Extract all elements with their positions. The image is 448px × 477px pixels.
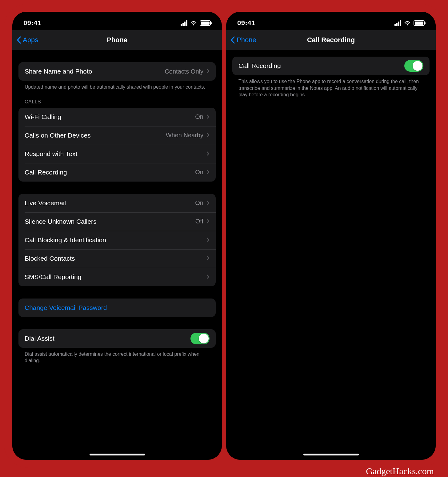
- status-time: 09:41: [23, 19, 42, 27]
- call-recording-footer: This allows you to use the Phone app to …: [232, 75, 430, 98]
- row-wifi-calling[interactable]: Wi-Fi Calling On: [18, 108, 216, 126]
- chevron-right-icon: [206, 199, 210, 207]
- chevron-right-icon: [206, 255, 210, 262]
- chevron-right-icon: [206, 132, 210, 139]
- dial-assist-footer: Dial assist automatically determines the…: [18, 348, 216, 364]
- battery-icon: [200, 20, 211, 26]
- phone-screen-right: 09:41 Phone Call Recording Call Recordin…: [226, 12, 436, 460]
- page-title: Phone: [12, 36, 222, 44]
- status-time: 09:41: [237, 19, 255, 27]
- group-other: Live Voicemail On Silence Unknown Caller…: [18, 194, 216, 286]
- row-value: On: [195, 169, 203, 176]
- status-icons: [394, 20, 425, 26]
- row-blocked-contacts[interactable]: Blocked Contacts: [18, 249, 216, 268]
- chevron-right-icon: [206, 273, 210, 281]
- page-title: Call Recording: [226, 36, 436, 44]
- row-calls-other-devices[interactable]: Calls on Other Devices When Nearby: [18, 126, 216, 145]
- row-label: Silence Unknown Callers: [25, 218, 195, 225]
- cellular-signal-icon: [394, 20, 401, 26]
- wifi-icon: [404, 20, 411, 26]
- section-header-calls: CALLS: [25, 99, 216, 105]
- chevron-right-icon: [206, 236, 210, 244]
- row-label: Respond with Text: [25, 150, 206, 158]
- row-value: Off: [195, 218, 203, 225]
- group-dial-assist: Dial Assist: [18, 329, 216, 348]
- row-value: On: [195, 199, 203, 206]
- nav-header: Phone Call Recording: [226, 30, 436, 50]
- row-value: When Nearby: [166, 132, 203, 139]
- chevron-right-icon: [206, 169, 210, 176]
- row-label: Call Blocking & Identification: [25, 236, 206, 244]
- row-label: Call Recording: [238, 62, 404, 70]
- nav-header: Apps Phone: [12, 30, 222, 50]
- content: Call Recording This allows you to use th…: [226, 50, 436, 460]
- row-share-name-photo[interactable]: Share Name and Photo Contacts Only: [18, 62, 216, 81]
- row-silence-unknown-callers[interactable]: Silence Unknown Callers Off: [18, 212, 216, 231]
- row-label: Live Voicemail: [25, 199, 195, 207]
- row-dial-assist: Dial Assist: [18, 329, 216, 348]
- phone-screen-left: 09:41 Apps Phone Share Name and Photo Co…: [12, 12, 222, 460]
- content: Share Name and Photo Contacts Only Updat…: [12, 50, 222, 460]
- chevron-right-icon: [206, 218, 210, 225]
- share-footer: Updated name and photo will be automatic…: [18, 81, 216, 90]
- row-call-recording-toggle: Call Recording: [232, 57, 430, 75]
- row-value: On: [195, 113, 203, 120]
- row-change-voicemail-password[interactable]: Change Voicemail Password: [18, 299, 216, 317]
- chevron-right-icon: [206, 68, 210, 75]
- battery-icon: [414, 20, 425, 26]
- row-label: Calls on Other Devices: [25, 132, 166, 139]
- status-icons: [181, 20, 211, 26]
- home-indicator[interactable]: [90, 454, 145, 455]
- back-button[interactable]: Apps: [17, 36, 38, 44]
- chevron-right-icon: [206, 113, 210, 121]
- row-label: Wi-Fi Calling: [25, 113, 195, 121]
- call-recording-toggle[interactable]: [404, 60, 423, 72]
- row-label: Call Recording: [25, 169, 195, 176]
- row-respond-with-text[interactable]: Respond with Text: [18, 145, 216, 163]
- back-label: Apps: [23, 36, 38, 44]
- row-label: Blocked Contacts: [25, 255, 206, 262]
- row-label: SMS/Call Reporting: [25, 273, 206, 281]
- row-label: Share Name and Photo: [25, 68, 165, 75]
- row-label: Change Voicemail Password: [25, 304, 210, 311]
- back-label: Phone: [237, 36, 256, 44]
- row-live-voicemail[interactable]: Live Voicemail On: [18, 194, 216, 212]
- group-call-recording: Call Recording: [232, 57, 430, 75]
- frame: 09:41 Apps Phone Share Name and Photo Co…: [4, 4, 444, 468]
- row-sms-call-reporting[interactable]: SMS/Call Reporting: [18, 268, 216, 286]
- back-button[interactable]: Phone: [230, 36, 256, 44]
- group-share: Share Name and Photo Contacts Only: [18, 62, 216, 81]
- row-call-recording[interactable]: Call Recording On: [18, 163, 216, 182]
- row-value: Contacts Only: [165, 68, 203, 75]
- chevron-left-icon: [230, 36, 235, 44]
- row-label: Dial Assist: [25, 335, 190, 342]
- row-call-blocking-identification[interactable]: Call Blocking & Identification: [18, 231, 216, 249]
- group-voicemail-password: Change Voicemail Password: [18, 299, 216, 317]
- group-calls: Wi-Fi Calling On Calls on Other Devices …: [18, 108, 216, 182]
- wifi-icon: [190, 20, 197, 26]
- watermark: GadgetHacks.com: [366, 466, 434, 476]
- chevron-right-icon: [206, 150, 210, 158]
- cellular-signal-icon: [181, 20, 187, 26]
- status-bar: 09:41: [12, 12, 222, 30]
- dial-assist-toggle[interactable]: [190, 333, 210, 344]
- status-bar: 09:41: [226, 12, 436, 30]
- chevron-left-icon: [17, 36, 22, 44]
- home-indicator[interactable]: [303, 454, 359, 455]
